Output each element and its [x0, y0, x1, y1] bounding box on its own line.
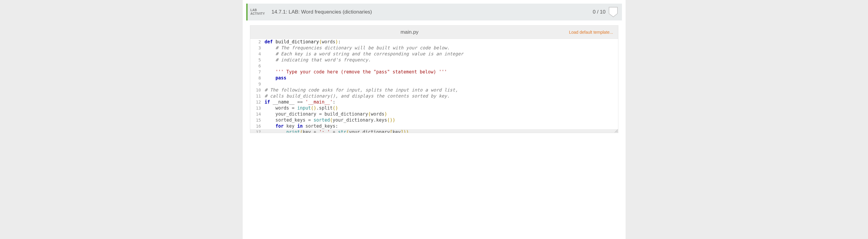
- code-line[interactable]: 7 ''' Type your code here (remove the "p…: [250, 69, 618, 75]
- code-line[interactable]: 13 words = input().split(): [250, 105, 618, 111]
- line-content[interactable]: def build_dictionary(words):: [264, 39, 618, 45]
- code-line[interactable]: 5 # indicating that word's frequency.: [250, 57, 618, 63]
- resize-handle-icon[interactable]: [614, 129, 618, 133]
- activity-header: LAB ACTIVITY 14.7.1: LAB: Word frequenci…: [246, 4, 622, 21]
- line-content[interactable]: ''' Type your code here (remove the "pas…: [264, 69, 618, 75]
- line-content[interactable]: pass: [264, 75, 618, 81]
- line-content[interactable]: [264, 63, 618, 69]
- code-line[interactable]: 15 sorted_keys = sorted(your_dictionary.…: [250, 117, 618, 123]
- line-content[interactable]: [264, 81, 618, 87]
- line-content[interactable]: for key in sorted_keys:: [264, 123, 618, 129]
- line-content[interactable]: sorted_keys = sorted(your_dictionary.key…: [264, 117, 618, 123]
- file-name: main.py: [250, 29, 569, 35]
- file-bar: main.py Load default template...: [250, 26, 618, 39]
- lab-activity-label: LAB ACTIVITY: [251, 8, 269, 15]
- line-number: 17: [250, 129, 264, 133]
- svg-line-2: [617, 132, 618, 132]
- line-content[interactable]: # calls build_dictionary(), and displays…: [264, 93, 618, 99]
- code-line[interactable]: 14 your_dictionary = build_dictionary(wo…: [250, 111, 618, 117]
- line-content[interactable]: your_dictionary = build_dictionary(words…: [264, 111, 618, 117]
- score-display: 0 / 10: [593, 9, 606, 15]
- code-editor[interactable]: main.py Load default template... 2def bu…: [250, 25, 618, 133]
- code-line[interactable]: 4 # Each key is a word string and the co…: [250, 51, 618, 57]
- line-number: 16: [250, 123, 264, 129]
- code-line[interactable]: 16 for key in sorted_keys:: [250, 123, 618, 129]
- load-default-template-link[interactable]: Load default template...: [569, 30, 618, 35]
- line-number: 9: [250, 81, 264, 87]
- line-number: 8: [250, 75, 264, 81]
- line-number: 10: [250, 87, 264, 93]
- line-number: 2: [250, 39, 264, 45]
- code-line[interactable]: 9: [250, 81, 618, 87]
- code-line[interactable]: 3 # The frequencies dictionary will be b…: [250, 45, 618, 51]
- code-area[interactable]: 2def build_dictionary(words):3 # The fre…: [250, 39, 618, 133]
- code-line[interactable]: 6: [250, 63, 618, 69]
- lab-label-line2: ACTIVITY: [251, 12, 265, 15]
- line-number: 7: [250, 69, 264, 75]
- code-line[interactable]: 10# The following code asks for input, s…: [250, 87, 618, 93]
- line-number: 3: [250, 45, 264, 51]
- line-number: 15: [250, 117, 264, 123]
- line-number: 11: [250, 93, 264, 99]
- code-line[interactable]: 12if __name__ == '__main__':: [250, 99, 618, 105]
- line-number: 6: [250, 63, 264, 69]
- line-content[interactable]: print(key + ': ' + str(your_dictionary[k…: [264, 129, 618, 133]
- line-content[interactable]: if __name__ == '__main__':: [264, 99, 618, 105]
- activity-card: LAB ACTIVITY 14.7.1: LAB: Word frequenci…: [246, 4, 622, 133]
- line-number: 13: [250, 105, 264, 111]
- line-content[interactable]: # The following code asks for input, spl…: [264, 87, 618, 93]
- line-content[interactable]: # Each key is a word string and the corr…: [264, 51, 618, 57]
- line-number: 5: [250, 57, 264, 63]
- page-container: LAB ACTIVITY 14.7.1: LAB: Word frequenci…: [243, 0, 626, 239]
- code-line[interactable]: 17 print(key + ': ' + str(your_dictionar…: [250, 129, 618, 133]
- line-content[interactable]: # The frequencies dictionary will be bui…: [264, 45, 618, 51]
- shield-icon: [609, 7, 618, 17]
- line-number: 12: [250, 99, 264, 105]
- activity-title: 14.7.1: LAB: Word frequencies (dictionar…: [269, 9, 593, 15]
- line-content[interactable]: # indicating that word's frequency.: [264, 57, 618, 63]
- code-line[interactable]: 8 pass: [250, 75, 618, 81]
- line-number: 4: [250, 51, 264, 57]
- code-line[interactable]: 2def build_dictionary(words):: [250, 39, 618, 45]
- line-number: 14: [250, 111, 264, 117]
- lab-label-line1: LAB: [251, 8, 257, 12]
- code-line[interactable]: 11# calls build_dictionary(), and displa…: [250, 93, 618, 99]
- line-content[interactable]: words = input().split(): [264, 105, 618, 111]
